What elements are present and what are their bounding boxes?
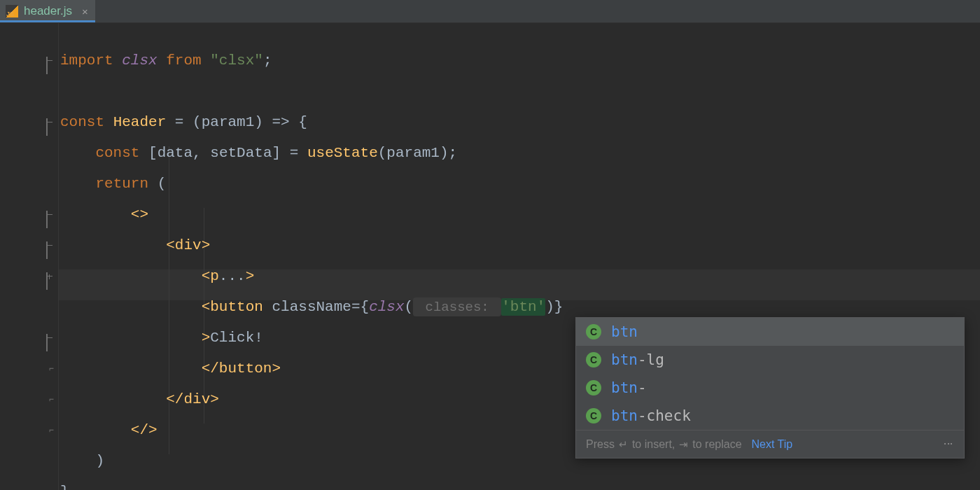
- code-line[interactable]: import clsx from "clsx";: [59, 46, 980, 76]
- completion-item[interactable]: C btn-lg: [576, 346, 964, 374]
- code-line[interactable]: const Header = (param1) => {: [59, 107, 980, 138]
- fold-icon[interactable]: [46, 57, 54, 65]
- completion-item[interactable]: C btn-: [576, 374, 964, 402]
- more-options-icon[interactable]: ⋮: [943, 439, 954, 450]
- tab-close-icon[interactable]: ×: [82, 6, 88, 18]
- fold-expand-icon[interactable]: [46, 273, 54, 281]
- code-line[interactable]: return (: [59, 169, 980, 200]
- class-badge-icon: C: [586, 324, 601, 340]
- file-tab-header-js[interactable]: JS header.js ×: [0, 0, 95, 22]
- fold-end-icon: ⌐: [49, 365, 54, 373]
- gutter: ⌐ ⌐ ⌐ ⌐: [0, 23, 59, 490]
- tab-filename: header.js: [24, 4, 72, 18]
- completion-item[interactable]: C btn: [576, 318, 964, 346]
- code-line[interactable]: }: [59, 477, 980, 490]
- class-badge-icon: C: [586, 380, 601, 396]
- class-badge-icon: C: [586, 408, 601, 424]
- fold-icon[interactable]: [46, 242, 54, 250]
- tab-bar: JS header.js ×: [0, 0, 980, 23]
- fold-icon[interactable]: [46, 119, 54, 127]
- code-line[interactable]: [59, 76, 980, 107]
- parameter-hint: classes:: [413, 298, 501, 316]
- tab-key-icon: ⇥: [679, 438, 688, 451]
- fold-end-icon: ⌐: [49, 396, 54, 404]
- js-file-icon: JS: [6, 5, 18, 18]
- code-line[interactable]: const [data, setData] = useState(param1)…: [59, 138, 980, 169]
- completion-footer: Press ↵ to insert, ⇥ to replace Next Tip…: [576, 430, 964, 458]
- class-badge-icon: C: [586, 352, 601, 368]
- fold-icon[interactable]: [46, 211, 54, 219]
- completion-popup: C btn C btn-lg C btn- C btn-check Press …: [575, 317, 965, 458]
- completion-item[interactable]: C btn-check: [576, 402, 964, 430]
- fold-icon[interactable]: [46, 335, 54, 342]
- next-tip-link[interactable]: Next Tip: [752, 438, 793, 451]
- code-line[interactable]: <>: [59, 200, 980, 230]
- code-line[interactable]: <div>: [59, 230, 980, 261]
- fold-end-icon: ⌐: [49, 426, 54, 435]
- enter-key-icon: ↵: [619, 438, 628, 451]
